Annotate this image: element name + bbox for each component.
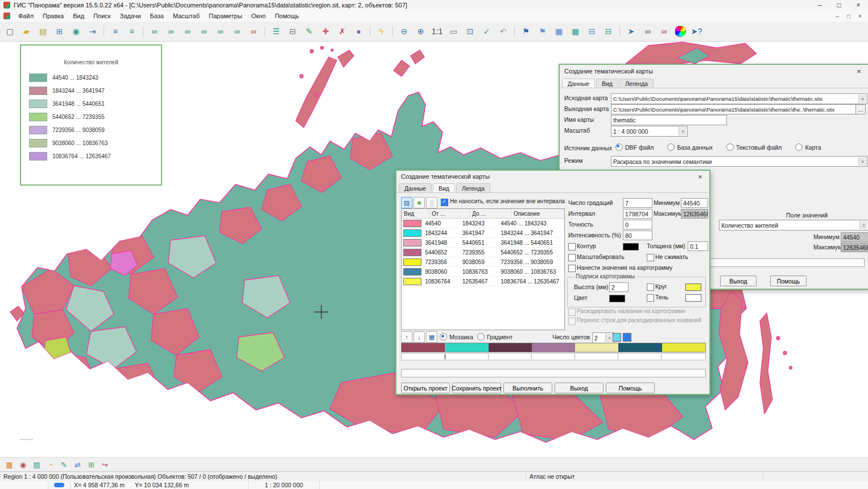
map-name-input[interactable]: thematic bbox=[611, 115, 727, 125]
island-kuril[interactable] bbox=[783, 351, 787, 355]
find-area-icon[interactable]: ∞ bbox=[163, 23, 179, 39]
map-structure-icon[interactable]: ⊞ bbox=[52, 23, 67, 39]
zoom-1-1-icon[interactable]: 1:1 bbox=[429, 23, 445, 39]
exit-button[interactable]: Выход bbox=[555, 383, 604, 393]
sort-up-icon[interactable]: ↑ bbox=[401, 331, 412, 343]
map-flag-alt-icon[interactable]: ⚑ bbox=[535, 23, 550, 39]
view-scale[interactable]: 1 : 20 000 000 bbox=[249, 481, 320, 489]
menu-search[interactable]: Поиск bbox=[89, 11, 115, 20]
pattern-icon[interactable]: ▦ bbox=[426, 331, 437, 343]
help-button[interactable]: Помощь bbox=[770, 276, 807, 286]
menu-edit[interactable]: Правка bbox=[38, 11, 68, 20]
island[interactable] bbox=[321, 47, 324, 50]
find-forward-icon[interactable]: ∞ bbox=[229, 23, 245, 39]
mdi-minimize-icon[interactable]: – bbox=[832, 11, 843, 20]
zoom-out-icon[interactable]: ⊖ bbox=[396, 23, 412, 39]
menu-file[interactable]: Файл bbox=[14, 11, 38, 20]
tab-legend[interactable]: Легенда bbox=[456, 183, 490, 192]
circle-color-box[interactable] bbox=[685, 283, 701, 291]
database-link-icon[interactable]: ⊟ bbox=[601, 23, 616, 39]
binoculars-alt-icon[interactable]: ∞ bbox=[656, 23, 672, 39]
menu-scale[interactable]: Масштаб bbox=[168, 11, 204, 20]
circle-checkbox[interactable] bbox=[647, 283, 654, 291]
gradation-row[interactable]: 10836764 12635467 10836764 ... 12635467 bbox=[402, 277, 564, 286]
menu-params[interactable]: Параметры bbox=[204, 11, 247, 20]
close-icon[interactable]: × bbox=[854, 67, 863, 76]
menu-tasks[interactable]: Задачи bbox=[115, 11, 146, 20]
menu-window[interactable]: Окно bbox=[247, 11, 271, 20]
database-icon[interactable]: ⊟ bbox=[584, 23, 600, 39]
island[interactable] bbox=[394, 60, 410, 76]
style-fill-icon[interactable]: ■ bbox=[414, 197, 425, 208]
gradation-row[interactable]: 44540 1843243 44540 ... 1843243 bbox=[402, 219, 564, 228]
open-project-button[interactable]: Открыть проект bbox=[401, 383, 450, 393]
save-project-button[interactable]: Сохранить проект bbox=[452, 383, 501, 393]
layers-add-icon[interactable]: ≡ bbox=[124, 23, 139, 39]
dialog-titlebar[interactable]: Создание тематической карты × bbox=[560, 65, 868, 77]
island-sakhalin[interactable] bbox=[760, 313, 772, 414]
diagram-icon[interactable]: ◔ bbox=[44, 459, 56, 471]
import-icon[interactable]: ⇄ bbox=[72, 459, 84, 471]
gradation-row[interactable]: 9038060 10836763 9038060 ... 10836763 bbox=[402, 267, 564, 277]
find-back-icon[interactable]: ∞ bbox=[213, 23, 228, 39]
mode-combo[interactable]: Раскраска по значениям семантики bbox=[611, 156, 867, 167]
no-compress-checkbox[interactable] bbox=[647, 254, 654, 261]
menu-base[interactable]: База bbox=[146, 11, 168, 20]
gradient-bar[interactable] bbox=[401, 343, 706, 352]
project-manager-icon[interactable]: ▦ bbox=[3, 459, 15, 471]
menu-view[interactable]: Вид bbox=[68, 11, 89, 20]
tab-legend[interactable]: Легенда bbox=[619, 79, 654, 88]
edit-map-icon[interactable]: ✎ bbox=[58, 459, 70, 471]
run-task-icon[interactable]: ϟ bbox=[374, 23, 389, 39]
zoom-frame-icon[interactable]: ▭ bbox=[446, 23, 461, 39]
island[interactable] bbox=[310, 50, 313, 53]
mdi-restore-icon[interactable]: □ bbox=[843, 11, 854, 20]
apply-check-icon[interactable]: ✓ bbox=[479, 23, 494, 39]
source-dbf-radio[interactable]: DBF файл bbox=[615, 143, 654, 151]
mosaic-radio[interactable]: Мозаика bbox=[440, 333, 473, 340]
precision-input[interactable]: 0 bbox=[623, 220, 652, 229]
intensity-input[interactable]: 80 bbox=[623, 231, 652, 240]
source-map-radio[interactable]: Карта bbox=[795, 143, 821, 151]
island-kuril[interactable] bbox=[776, 336, 780, 340]
atlas-icon[interactable]: ◉ bbox=[17, 459, 29, 471]
dialog-titlebar[interactable]: Создание тематической карты × bbox=[396, 171, 709, 182]
map-export-icon[interactable]: ⇥ bbox=[85, 23, 100, 39]
menu-help[interactable]: Помощь bbox=[270, 11, 304, 20]
island[interactable] bbox=[338, 50, 354, 67]
apply-values-checkbox[interactable] bbox=[568, 265, 576, 272]
style-dots-icon[interactable]: ░ bbox=[426, 197, 437, 208]
island[interactable] bbox=[300, 75, 303, 78]
gradations-input[interactable]: 7 bbox=[623, 198, 652, 208]
find-cancel-icon[interactable]: ∞ bbox=[246, 23, 261, 39]
new-map-icon[interactable]: ▢ bbox=[2, 23, 18, 39]
source-text-radio[interactable]: Текстовый файл bbox=[726, 143, 782, 151]
open-map-icon[interactable]: ▰ bbox=[19, 23, 34, 39]
source-db-radio[interactable]: База данных bbox=[667, 143, 713, 151]
island[interactable] bbox=[331, 49, 333, 51]
cursor-icon[interactable]: ➤ bbox=[623, 23, 639, 39]
gradation-row[interactable]: 3641948 5440651 3641948 ... 5440651 bbox=[402, 238, 564, 248]
interval-input[interactable]: 1798704 bbox=[623, 209, 652, 219]
gradation-row[interactable]: 7239356 9038059 7239356 ... 9038059 bbox=[402, 257, 564, 267]
find-object-icon[interactable]: ∞ bbox=[147, 23, 162, 39]
island-novaya-zemlya[interactable] bbox=[296, 57, 337, 128]
browse-button[interactable]: ... bbox=[855, 104, 866, 114]
map-flag-icon[interactable]: ⚑ bbox=[518, 23, 534, 39]
close-map-icon[interactable]: ↪ bbox=[99, 459, 111, 471]
map-list-icon[interactable]: ▤ bbox=[31, 459, 43, 471]
attribute-table-icon[interactable]: ▦ bbox=[551, 23, 567, 39]
tab-view[interactable]: Вид bbox=[596, 79, 618, 88]
undo-icon[interactable]: ↶ bbox=[495, 23, 511, 39]
globe-refresh-icon[interactable]: ◉ bbox=[68, 23, 84, 39]
binoculars-icon[interactable]: ∞ bbox=[640, 23, 655, 39]
select-grid-icon[interactable]: ⊟ bbox=[285, 23, 300, 39]
gradient-color-swatch[interactable] bbox=[613, 333, 621, 342]
gradation-row[interactable]: 1843244 3641947 1843244 ... 3641947 bbox=[402, 228, 564, 238]
color-wheel-icon[interactable] bbox=[675, 26, 686, 37]
shadow-color-box[interactable] bbox=[685, 294, 701, 302]
help-button[interactable]: Помощь bbox=[606, 383, 655, 393]
sphere-3d-icon[interactable]: ● bbox=[351, 23, 366, 39]
shadow-checkbox[interactable] bbox=[647, 294, 654, 302]
exit-button[interactable]: Выход bbox=[720, 276, 757, 286]
